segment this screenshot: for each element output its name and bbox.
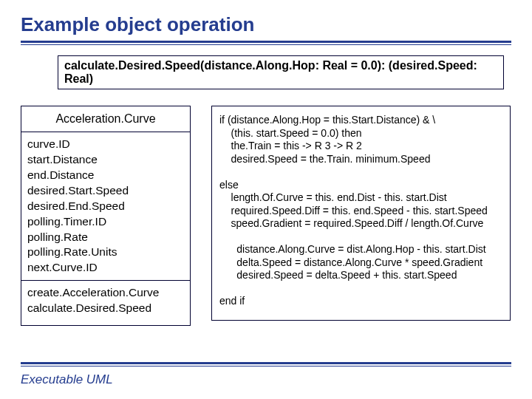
slide-title: Example object operation <box>21 13 511 36</box>
uml-attribute: next.Curve.ID <box>27 260 184 276</box>
footer-underline <box>21 362 511 366</box>
uml-attribute: end.Distance <box>27 168 184 183</box>
uml-attribute: curve.ID <box>27 137 184 152</box>
title-underline <box>21 41 511 45</box>
uml-class-name: Acceleration.Curve <box>21 106 190 132</box>
uml-operation: create.Acceleration.Curve <box>27 285 184 301</box>
code-text: if (distance.Along.Hop = this.Start.Dist… <box>219 114 502 308</box>
uml-attributes: curve.ID start.Distance end.Distance des… <box>21 132 190 281</box>
operation-signature-box: calculate.Desired.Speed(distance.Along.H… <box>58 55 504 89</box>
uml-attribute: polling.Rate.Units <box>27 245 184 260</box>
uml-attribute: polling.Rate <box>27 230 184 245</box>
uml-operation: calculate.Desired.Speed <box>27 301 184 316</box>
uml-class-box: Acceleration.Curve curve.ID start.Distan… <box>21 106 191 326</box>
uml-attribute: desired.Start.Speed <box>27 183 184 199</box>
content-row: Acceleration.Curve curve.ID start.Distan… <box>21 106 511 326</box>
operation-signature-text: calculate.Desired.Speed(distance.Along.H… <box>64 59 477 85</box>
uml-attribute: desired.End.Speed <box>27 199 184 214</box>
slide-container: Example object operation calculate.Desir… <box>0 0 532 399</box>
code-box: if (distance.Along.Hop = this.Start.Dist… <box>211 106 511 321</box>
footer-label: Executable UML <box>21 372 113 387</box>
uml-attribute: polling.Timer.ID <box>27 214 184 230</box>
uml-operations: create.Acceleration.Curve calculate.Desi… <box>21 281 190 325</box>
uml-attribute: start.Distance <box>27 152 184 168</box>
